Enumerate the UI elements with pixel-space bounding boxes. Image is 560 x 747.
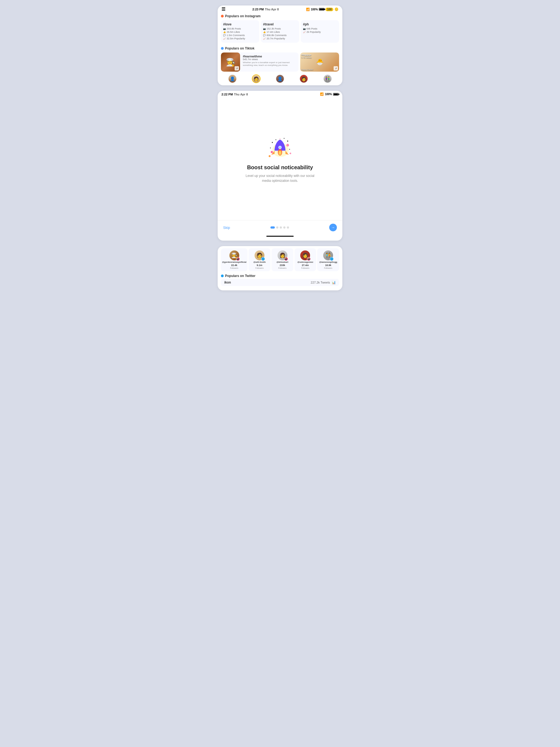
platform-badge-gordon: 📷	[236, 257, 240, 261]
share-icon-2[interactable]: ↗	[334, 66, 338, 71]
popularity-icon: 📈	[223, 37, 226, 40]
twitter-handle: ikon	[224, 281, 311, 284]
tiktok-desc-1: Whether you're a bonafide expert or just…	[243, 61, 298, 67]
user-card-name-selena: @selenagomez	[297, 261, 313, 263]
platform-badge-khloe: 📷	[284, 257, 288, 261]
dot-4	[283, 226, 285, 229]
rocket-illustration	[266, 134, 294, 164]
user-card-selena[interactable]: 👩 📷 @selenagomez 27.4m Followers	[295, 248, 316, 271]
user-avatar-khloe: 👩 📷	[278, 251, 287, 260]
platform-badge-will: 🐦	[261, 257, 265, 261]
avatar-4: 👩	[299, 74, 308, 83]
tiktok-section-header: Populars on Tiktok	[218, 45, 342, 51]
day-1: Thu Apr 8	[265, 8, 279, 11]
user-card-name-will: @will.Smith	[253, 261, 265, 263]
svg-point-5	[272, 142, 273, 143]
hashtag-ph-title: #ph	[303, 22, 337, 26]
tiktok-dot	[221, 47, 224, 50]
svg-point-10	[284, 138, 285, 138]
hashtag-ph-popularity: 📈 2k Popularity	[303, 31, 337, 33]
coin-badge[interactable]: 100	[325, 8, 333, 11]
hashtag-travel-comments: 💬 806.8k Comments	[263, 34, 297, 36]
user-card-name-khloe: @khloekart	[276, 261, 288, 263]
tiktok-card-2[interactable]: 🐣 ↗ #happye 5.7b views Happy Easter!	[300, 52, 339, 72]
hashtag-ph-posts: 📷 64k Posts	[303, 27, 337, 30]
platform-badge-selena: 📷	[307, 257, 311, 261]
avatar-2: 🧑	[252, 74, 261, 83]
tiktok-section-label: Populars on Tiktok	[225, 47, 255, 50]
hamburger-icon[interactable]: ☰	[222, 7, 225, 11]
user-avatar-selena: 👩 📷	[300, 251, 310, 260]
avatar-item-5[interactable]: 👫	[316, 74, 339, 83]
user-cards-row: 👨‍🍳 📷 @gordonramsayofficial 22.4k Follow…	[218, 246, 342, 272]
user-card-will[interactable]: 🧑 🐦 @will.Smith 9.1m Followers	[249, 248, 271, 271]
hashtag-travel-popularity: 📈 20.7m Popularity	[263, 37, 297, 40]
svg-point-4	[279, 151, 281, 155]
svg-point-6	[287, 140, 288, 141]
twitter-dot	[221, 275, 224, 277]
avatar-item-4[interactable]: 👩	[292, 74, 315, 83]
avatar-item-2[interactable]: 🧑	[245, 74, 268, 83]
tiktok-views-1: 545.7m views	[243, 58, 298, 61]
twitter-row[interactable]: ikon 227.2k Tweets 📊	[221, 279, 339, 286]
avatar-3: 👤	[276, 74, 284, 83]
pagination-dots	[271, 226, 289, 229]
dot-3	[280, 226, 282, 229]
hashtag-card-ph[interactable]: #ph 📷 64k Posts 📈 2k Popularity	[301, 20, 339, 43]
battery-icon-2	[333, 93, 338, 96]
avatar-1: 👤	[228, 74, 237, 83]
skip-button[interactable]: Skip	[223, 226, 230, 230]
tiktok-thumb-1: 👨‍🍳 ↗	[221, 52, 240, 72]
twitter-tweet-count: 227.2k Tweets	[311, 281, 330, 284]
likes-icon: 👍	[223, 31, 226, 33]
onboarding-description: Level up your social noticeability with …	[245, 173, 315, 183]
svg-point-2	[279, 146, 281, 149]
tiktok-card-1[interactable]: 👨‍🍳 ↗ #learnwithme 545.7m views Whether …	[221, 52, 299, 72]
wifi-icon: 📶	[306, 8, 310, 11]
home-indicator	[266, 236, 294, 237]
user-card-snoop[interactable]: 🧑‍🤝‍🧑 🐦 @iamsnoopDogg 18.9k Followers	[317, 248, 339, 271]
comments-icon-t: 💬	[263, 34, 266, 36]
tiktok-info-1: #learnwithme 545.7m views Whether you're…	[242, 52, 299, 72]
onboarding-footer: Skip →	[218, 220, 342, 236]
hashtag-card-love[interactable]: #love 📷 203.8k Posts 👍 26.5m Likes 💬 1.5…	[221, 20, 259, 43]
hashtag-love-comments: 💬 1.5m Comments	[223, 34, 257, 36]
dot-2	[276, 226, 278, 229]
user-card-count-will: 9.1m	[257, 264, 262, 266]
onboarding-content: Boost social noticeability Level up your…	[218, 97, 342, 220]
user-card-khloe[interactable]: 👩 📷 @khloekart 233k Followers	[272, 248, 294, 271]
user-card-name-snoop: @iamsnoopDogg	[319, 261, 337, 263]
avatar-item-1[interactable]: 👤	[221, 74, 244, 83]
screen3: 👨‍🍳 📷 @gordonramsayofficial 22.4k Follow…	[218, 246, 342, 290]
tiktok-row: 👨‍🍳 ↗ #learnwithme 545.7m views Whether …	[218, 51, 342, 73]
hashtag-card-travel[interactable]: #travel 📷 152.3k Posts 👍 17.4m Likes 💬 8…	[261, 20, 299, 43]
user-card-label-khloe: Followers	[278, 267, 286, 269]
status-bar-1: ☰ 2:23 PM Thu Apr 8 📶 100% 100 🪙	[218, 5, 342, 12]
hashtag-travel-title: #travel	[263, 22, 297, 26]
hashtag-travel-likes: 👍 17.4m Likes	[263, 31, 297, 33]
svg-point-12	[286, 144, 289, 147]
svg-point-11	[271, 151, 273, 153]
battery-pct-1: 100%	[311, 8, 318, 11]
instagram-section-header: Populars on Instagram	[218, 12, 342, 19]
user-avatar-gordon: 👨‍🍳 📷	[229, 251, 239, 260]
wifi-icon-2: 📶	[320, 93, 324, 96]
svg-point-7	[270, 147, 271, 148]
onboarding-title: Boost social noticeability	[247, 164, 313, 171]
likes-icon-t: 👍	[263, 31, 266, 33]
popularity-icon-ph: 📈	[303, 31, 306, 33]
posts-icon-t: 📷	[263, 28, 266, 30]
instagram-dot	[221, 15, 224, 18]
avatar-item-3[interactable]: 👤	[269, 74, 291, 83]
tiktok-tag-1: #learnwithme	[243, 55, 298, 58]
screen2: 2:22 PM Thu Apr 8 📶 100%	[218, 91, 342, 241]
share-icon-1[interactable]: ↗	[235, 66, 239, 71]
posts-icon: 📷	[223, 28, 226, 30]
next-button[interactable]: →	[329, 224, 337, 231]
user-card-name-gordon: @gordonramsayofficial	[222, 261, 246, 263]
user-card-gordon[interactable]: 👨‍🍳 📷 @gordonramsayofficial 22.4k Follow…	[221, 248, 248, 271]
popularity-icon-t: 📈	[263, 37, 266, 40]
svg-point-14	[269, 155, 271, 157]
user-card-label-gordon: Followers	[230, 267, 238, 269]
battery-pct-2: 100%	[325, 93, 332, 96]
